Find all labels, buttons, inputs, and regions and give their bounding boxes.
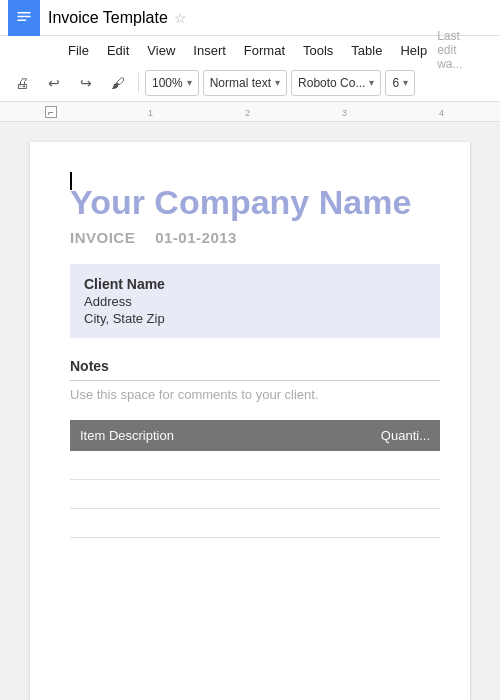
last-edit-status: Last edit wa...: [437, 29, 462, 71]
notes-divider: [70, 380, 440, 381]
company-name: Your Company Name: [70, 184, 440, 221]
notes-placeholder: Use this space for comments to your clie…: [70, 387, 440, 402]
separator-1: [138, 73, 139, 93]
menu-view[interactable]: View: [139, 41, 183, 60]
svg-rect-1: [17, 15, 31, 17]
toolbar: 🖨 ↩ ↪ 🖌 100% ▾ Normal text ▾ Roboto Co..…: [0, 64, 500, 102]
item-desc-2: [70, 480, 329, 509]
zoom-chevron: ▾: [187, 77, 192, 88]
paint-format-button[interactable]: 🖌: [104, 69, 132, 97]
invoice-label: INVOICE: [70, 229, 135, 246]
svg-rect-0: [17, 12, 31, 14]
menu-insert[interactable]: Insert: [185, 41, 234, 60]
table-row: [70, 451, 440, 480]
ruler-mark-1: 1: [148, 108, 153, 118]
item-desc-3: [70, 509, 329, 538]
style-chevron: ▾: [275, 77, 280, 88]
client-name: Client Name: [84, 276, 426, 292]
menu-help[interactable]: Help: [392, 41, 435, 60]
menu-edit[interactable]: Edit: [99, 41, 137, 60]
app-icon: [8, 0, 40, 36]
menu-tools[interactable]: Tools: [295, 41, 341, 60]
zoom-dropdown[interactable]: 100% ▾: [145, 70, 199, 96]
notes-section: Notes Use this space for comments to you…: [70, 358, 440, 402]
print-button[interactable]: 🖨: [8, 69, 36, 97]
size-chevron: ▾: [403, 77, 408, 88]
star-icon[interactable]: ☆: [174, 10, 187, 26]
zoom-value: 100%: [152, 76, 183, 90]
menu-file[interactable]: File: [60, 41, 97, 60]
client-box: Client Name Address City, State Zip: [70, 264, 440, 338]
size-dropdown[interactable]: 6 ▾: [385, 70, 415, 96]
size-value: 6: [392, 76, 399, 90]
menu-format[interactable]: Format: [236, 41, 293, 60]
item-qty-3: [329, 509, 440, 538]
ruler-mark-2: 2: [245, 108, 250, 118]
svg-rect-2: [17, 19, 26, 21]
table-row: [70, 509, 440, 538]
tab-stop: ⌐: [45, 106, 57, 118]
undo-button[interactable]: ↩: [40, 69, 68, 97]
redo-button[interactable]: ↪: [72, 69, 100, 97]
col-header-description: Item Description: [70, 420, 329, 451]
col-header-quantity: Quanti...: [329, 420, 440, 451]
invoice-date: 01-01-2013: [155, 229, 237, 246]
items-table: Item Description Quanti...: [70, 420, 440, 538]
font-dropdown[interactable]: Roboto Co... ▾: [291, 70, 381, 96]
table-row: [70, 480, 440, 509]
table-header-row: Item Description Quanti...: [70, 420, 440, 451]
style-dropdown[interactable]: Normal text ▾: [203, 70, 287, 96]
client-city-state-zip: City, State Zip: [84, 311, 426, 326]
ruler: ⌐ 1 2 3 4: [0, 102, 500, 122]
style-value: Normal text: [210, 76, 271, 90]
doc-title: Invoice Template: [48, 9, 168, 27]
text-cursor: [70, 172, 72, 190]
item-qty-2: [329, 480, 440, 509]
font-value: Roboto Co...: [298, 76, 365, 90]
page: Your Company Name INVOICE 01-01-2013 Cli…: [30, 142, 470, 700]
ruler-mark-4: 4: [439, 108, 444, 118]
doc-area: Your Company Name INVOICE 01-01-2013 Cli…: [0, 122, 500, 700]
ruler-mark-3: 3: [342, 108, 347, 118]
client-address: Address: [84, 294, 426, 309]
invoice-info: INVOICE 01-01-2013: [70, 229, 440, 246]
font-chevron: ▾: [369, 77, 374, 88]
item-desc-1: [70, 451, 329, 480]
menu-table[interactable]: Table: [343, 41, 390, 60]
notes-title: Notes: [70, 358, 440, 374]
menu-bar: File Edit View Insert Format Tools Table…: [0, 36, 500, 64]
item-qty-1: [329, 451, 440, 480]
